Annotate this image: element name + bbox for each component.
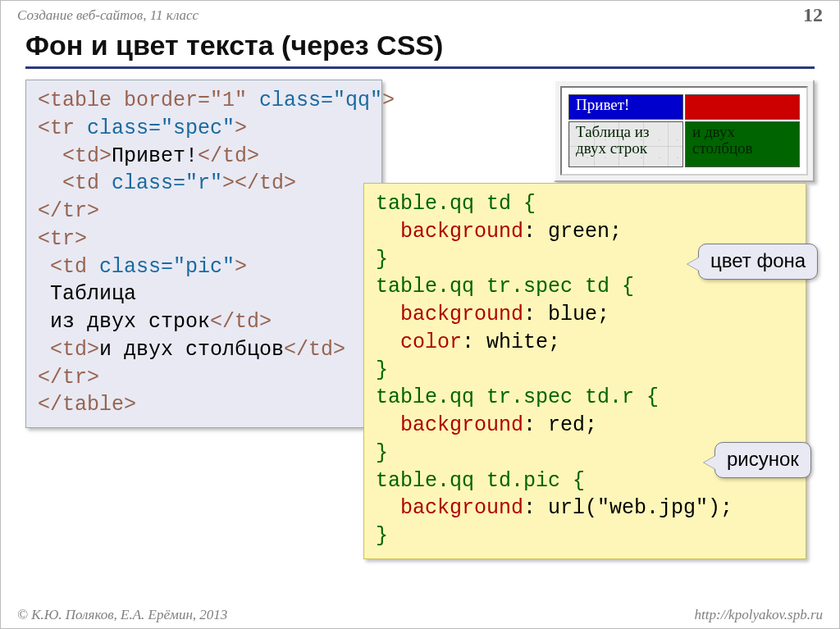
cell-pic: Таблица из двух строк bbox=[568, 121, 683, 167]
table-row: Таблица из двух строк и двух столбцов bbox=[568, 121, 800, 167]
preview-window: Привет! Таблица из двух строк и двух сто… bbox=[554, 80, 815, 182]
html-code-box: <table border="1" class="qq"> <tr class=… bbox=[25, 80, 382, 428]
table-row: Привет! bbox=[568, 94, 800, 120]
footer-authors: © К.Ю. Поляков, Е.А. Ерёмин, 2013 bbox=[17, 607, 227, 623]
callout-bgcolor: цвет фона bbox=[698, 244, 818, 280]
sample-table: Привет! Таблица из двух строк и двух сто… bbox=[567, 93, 801, 169]
header-bar: Создание веб-сайтов, 11 класс 12 bbox=[1, 1, 839, 26]
footer-url: http://kpolyakov.spb.ru bbox=[695, 607, 823, 623]
slide: Создание веб-сайтов, 11 класс 12 Фон и ц… bbox=[0, 0, 840, 629]
subject-label: Создание веб-сайтов, 11 класс bbox=[17, 7, 199, 24]
cell-hello: Привет! bbox=[568, 94, 683, 120]
footer-bar: © К.Ю. Поляков, Е.А. Ерёмин, 2013 http:/… bbox=[1, 604, 839, 628]
preview-inner: Привет! Таблица из двух строк и двух сто… bbox=[560, 86, 808, 175]
page-number: 12 bbox=[803, 4, 823, 26]
callout-picture: рисунок bbox=[714, 442, 811, 478]
cell-red bbox=[685, 94, 800, 120]
css-code-box: table.qq td { background: green; } table… bbox=[363, 183, 806, 559]
cell-cols: и двух столбцов bbox=[685, 121, 800, 167]
page-title: Фон и цвет текста (через CSS) bbox=[25, 30, 815, 69]
